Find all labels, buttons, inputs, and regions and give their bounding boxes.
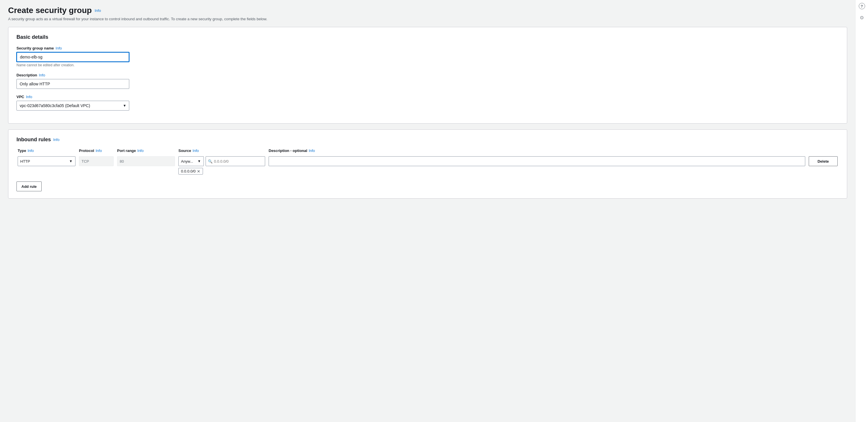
- inbound-rules-title: Inbound rules: [17, 137, 51, 143]
- security-group-name-field: Security group name Info Name cannot be …: [17, 46, 839, 67]
- help-icon[interactable]: ?: [859, 3, 865, 9]
- description-label: Description Info: [17, 73, 839, 77]
- source-tag-value: 0.0.0.0/0: [181, 169, 196, 173]
- page-title: Create security group Info: [8, 6, 847, 15]
- rule-port-range-input: [117, 156, 175, 166]
- settings-icon[interactable]: ⊙: [859, 14, 865, 21]
- vpc-label-text: VPC: [17, 95, 24, 99]
- security-group-name-label: Security group name Info: [17, 46, 839, 50]
- col-header-protocol-label: Protocol: [79, 148, 94, 153]
- source-tag-remove-button[interactable]: ✕: [197, 169, 200, 173]
- description-info-link[interactable]: Info: [39, 73, 45, 77]
- page-description: A security group acts as a virtual firew…: [8, 17, 847, 21]
- basic-details-title: Basic details: [17, 34, 839, 40]
- page-title-text: Create security group: [8, 6, 92, 15]
- page-title-info-link[interactable]: Info: [95, 8, 101, 13]
- rule-type-select[interactable]: HTTP: [18, 156, 75, 166]
- col-header-source-info[interactable]: Info: [192, 148, 199, 153]
- col-header-source: Source Info: [178, 148, 265, 153]
- col-header-port-range-label: Port range: [117, 148, 136, 153]
- col-header-protocol: Protocol Info: [79, 148, 114, 153]
- description-input[interactable]: [17, 79, 129, 89]
- add-rule-button[interactable]: Add rule: [17, 181, 42, 191]
- col-header-type-info[interactable]: Info: [28, 148, 34, 153]
- source-wrapper: Anyw... ▼ 🔍 0.0.0.0/0 ✕: [178, 156, 265, 174]
- col-header-protocol-info[interactable]: Info: [96, 148, 102, 153]
- source-select-row: Anyw... ▼ 🔍: [178, 156, 265, 166]
- description-label-text: Description: [17, 73, 37, 77]
- inbound-rules-header: Inbound rules Info: [17, 137, 839, 143]
- rule-protocol-input: [79, 156, 114, 166]
- col-header-port-range: Port range Info: [117, 148, 175, 153]
- basic-details-section: Basic details Security group name Info N…: [8, 27, 847, 123]
- inbound-rules-info-link[interactable]: Info: [53, 138, 60, 142]
- main-content: Create security group Info A security gr…: [0, 0, 855, 422]
- col-header-port-range-info[interactable]: Info: [137, 148, 144, 153]
- inbound-rules-section: Inbound rules Info Type Info Protocol In…: [8, 130, 847, 199]
- description-field: Description Info: [17, 73, 839, 89]
- vpc-label: VPC Info: [17, 95, 839, 99]
- col-header-source-label: Source: [178, 148, 191, 153]
- rules-table-header: Type Info Protocol Info Port range Info …: [17, 148, 839, 153]
- vpc-info-link[interactable]: Info: [26, 95, 32, 99]
- page-container: Create security group Info A security gr…: [0, 0, 868, 422]
- vpc-field: VPC Info vpc-023d67a580c3cfa05 (Default …: [17, 95, 839, 111]
- vpc-select-wrapper: vpc-023d67a580c3cfa05 (Default VPC) ▼: [17, 101, 129, 111]
- col-header-description-label: Description - optional: [269, 148, 307, 153]
- add-rule-area: Add rule: [17, 176, 839, 191]
- col-header-type: Type Info: [18, 148, 75, 153]
- source-search-wrapper: 🔍: [206, 156, 265, 166]
- rule-description-input[interactable]: [269, 156, 805, 166]
- vpc-select[interactable]: vpc-023d67a580c3cfa05 (Default VPC): [17, 101, 129, 111]
- security-group-name-info-link[interactable]: Info: [56, 46, 62, 50]
- source-tag: 0.0.0.0/0 ✕: [178, 168, 203, 174]
- page-header: Create security group Info A security gr…: [8, 6, 847, 21]
- table-row: HTTP ▼ Anyw... ▼: [17, 155, 839, 176]
- rule-type-wrapper: HTTP ▼: [18, 156, 75, 166]
- source-type-select[interactable]: Anyw...: [178, 156, 204, 166]
- sidebar-right: ? ⊙: [855, 0, 868, 422]
- security-group-name-hint: Name cannot be edited after creation.: [17, 63, 839, 67]
- source-type-select-wrapper: Anyw... ▼: [178, 156, 204, 166]
- security-group-name-input[interactable]: [17, 52, 129, 62]
- col-header-description: Description - optional Info: [269, 148, 805, 153]
- source-search-input[interactable]: [206, 156, 265, 166]
- source-tag-area: 0.0.0.0/0 ✕: [178, 168, 265, 174]
- col-header-description-info[interactable]: Info: [309, 148, 315, 153]
- delete-rule-button[interactable]: Delete: [809, 156, 838, 166]
- col-header-type-label: Type: [18, 148, 26, 153]
- col-header-action: [809, 148, 838, 153]
- security-group-name-label-text: Security group name: [17, 46, 54, 50]
